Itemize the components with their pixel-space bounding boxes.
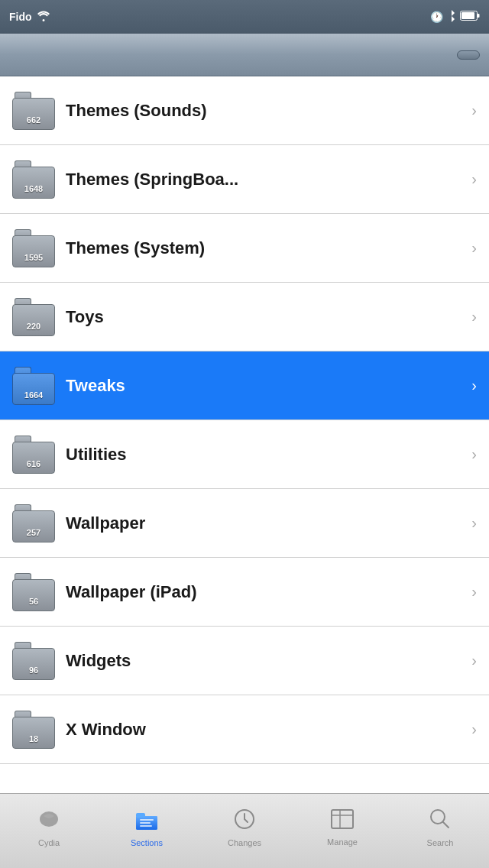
item-label: Tweaks [66,376,471,396]
svg-rect-1 [461,12,474,19]
list-item[interactable]: 1595 Themes (System) › [0,214,489,283]
sections-tab-icon [134,808,159,835]
tab-item-sections[interactable]: Sections [101,808,193,847]
list-item[interactable]: 1648 Themes (SpringBoa... › [0,145,489,214]
list-item[interactable]: 616 Utilities › [0,420,489,489]
status-right: 🕐 [430,10,480,24]
folder-badge: 1648 [24,184,43,193]
list-item[interactable]: 56 Wallpaper (iPad) › [0,558,489,627]
folder-body: 616 [12,442,55,474]
changes-tab-icon [234,808,255,835]
content-area: 662 Themes (Sounds) › 1648 Themes (Sprin… [0,76,489,793]
cydia-icon [37,808,60,830]
folder-body: 1595 [12,235,55,267]
changes-tab-label: Changes [228,838,261,847]
changes-icon [234,808,255,830]
manage-icon [331,809,354,829]
chevron-icon: › [471,514,477,532]
folder-icon: 616 [12,436,55,474]
folder-badge: 616 [27,459,40,468]
status-left: Fido [9,11,50,24]
tab-item-changes[interactable]: Changes [199,808,290,847]
list-item[interactable]: 257 Wallpaper › [0,489,489,558]
folder-badge: 1595 [24,253,43,262]
item-label: Toys [66,307,471,327]
tab-bar: Cydia Sections Changes [0,793,489,868]
status-bar: Fido 🕐 [0,0,489,34]
search-tab-icon [429,808,451,835]
folder-body: 1648 [12,167,55,199]
svg-rect-7 [140,819,154,821]
svg-rect-8 [140,822,151,824]
sections-tab-label: Sections [131,838,163,847]
folder-icon: 1648 [12,160,55,199]
folder-body: 18 [12,717,55,749]
svg-rect-2 [478,14,480,18]
list-item[interactable]: 1664 Tweaks › [0,351,489,420]
folder-badge: 257 [27,528,40,537]
item-label: Wallpaper (iPad) [66,582,471,602]
svg-rect-9 [140,825,152,827]
carrier-text: Fido [9,11,32,23]
svg-rect-6 [136,813,145,818]
folder-badge: 56 [29,597,38,606]
item-label: X Window [66,720,471,740]
folder-icon: 257 [12,504,55,542]
item-label: Themes (SpringBoa... [66,170,471,189]
item-label: Themes (Sounds) [66,101,471,121]
chevron-icon: › [471,652,477,669]
svg-rect-11 [332,810,353,828]
folder-icon: 56 [12,573,55,611]
search-icon [429,808,451,830]
sections-list: 662 Themes (Sounds) › 1648 Themes (Sprin… [0,76,489,764]
item-label: Widgets [66,651,471,671]
folder-icon: 1664 [12,367,55,405]
list-item[interactable]: 220 Toys › [0,283,489,351]
folder-icon: 1595 [12,229,55,267]
sections-icon [134,808,159,830]
folder-badge: 1664 [24,390,43,400]
chevron-icon: › [471,583,477,601]
item-label: Wallpaper [66,513,471,533]
chevron-icon: › [471,239,477,257]
chevron-icon: › [471,721,477,738]
chevron-icon: › [471,377,477,394]
folder-icon: 220 [12,298,55,336]
folder-badge: 662 [27,115,40,125]
folder-body: 1664 [12,373,55,405]
list-item[interactable]: 18 X Window › [0,695,489,764]
cydia-tab-icon [37,808,60,835]
search-tab-label: Search [427,838,454,847]
folder-badge: 18 [29,734,38,743]
folder-badge: 96 [29,666,38,675]
list-item[interactable]: 662 Themes (Sounds) › [0,76,489,145]
folder-icon: 18 [12,711,55,749]
folder-body: 220 [12,304,55,336]
chevron-icon: › [471,308,477,326]
list-item[interactable]: 96 Widgets › [0,627,489,695]
nav-bar [0,34,489,76]
folder-body: 96 [12,648,55,680]
folder-body: 56 [12,579,55,611]
folder-body: 662 [12,98,55,130]
cydia-tab-label: Cydia [38,838,60,847]
manage-tab-label: Manage [327,837,358,847]
manage-tab-icon [331,809,354,834]
chevron-icon: › [471,102,477,119]
tab-item-cydia[interactable]: Cydia [3,808,95,847]
tab-item-search[interactable]: Search [394,808,486,847]
wifi-icon [37,11,50,24]
item-label: Themes (System) [66,238,471,258]
folder-body: 257 [12,510,55,542]
battery-icon [460,11,480,23]
edit-button[interactable] [457,50,480,60]
chevron-icon: › [471,445,477,463]
bluetooth-icon [448,10,455,24]
folder-icon: 662 [12,92,55,130]
folder-icon: 96 [12,642,55,680]
chevron-icon: › [471,170,477,188]
folder-badge: 220 [27,322,40,331]
clock-icon: 🕐 [430,11,443,23]
item-label: Utilities [66,445,471,465]
tab-item-manage[interactable]: Manage [296,809,388,847]
